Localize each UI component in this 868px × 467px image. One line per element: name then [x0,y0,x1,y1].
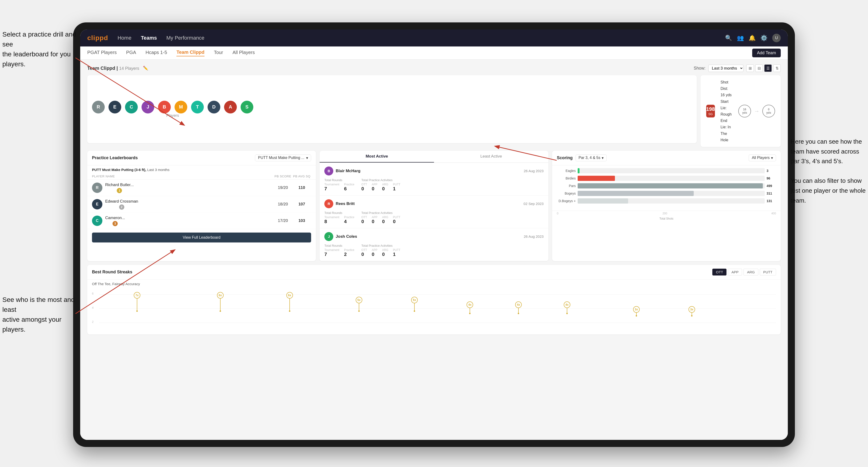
show-label: Show: [694,66,706,71]
sub-nav-pga[interactable]: PGA [126,50,136,56]
scoring-par-filter[interactable]: Par 3, 4 & 5s ▾ [576,154,607,161]
sub-nav-teamclippd[interactable]: Team Clippd [177,50,205,56]
search-icon[interactable]: 🔍 [725,35,732,41]
activity-tabs: Most Active Least Active [319,151,548,163]
act-group-practice-2: Total Practice Activities OTT 0 APP 0 [361,211,400,224]
lb-row-3[interactable]: C Cameron... 3 17/20 103 [87,213,316,229]
streaks-chart: 6 4 2 7x 6x [87,287,781,335]
view-grid-4-icon[interactable]: ⊟ [755,64,763,72]
streaks-filter-putt[interactable]: PUTT [760,269,776,276]
act-name-2: Rees Britt [336,201,354,206]
sub-nav-tour[interactable]: Tour [214,50,223,56]
scoring-player-filter[interactable]: All Players ▾ [749,154,776,161]
streaks-filter-app[interactable]: APP [728,269,742,276]
shot-badge: 198 SG [706,105,715,118]
act-group-practice-1: Total Practice Activities OTT 0 APP 0 [361,178,400,191]
show-select[interactable]: Last 3 months [708,65,743,72]
bar-container-birdies [578,176,765,181]
add-team-button[interactable]: Add Team [752,49,781,57]
navbar-link-teams[interactable]: Teams [141,35,157,41]
navbar-link-home[interactable]: Home [118,35,131,41]
streaks-filter-buttons: OTT APP ARG PUTT [712,269,776,276]
device-frame: clippd Home Teams My Performance 🔍 👥 🔔 ⚙… [73,22,795,447]
lb-player-3: C Cameron... 3 [92,216,273,226]
bar-value-dbogeys: 131 [767,199,776,203]
player-avatar-1[interactable]: R [92,101,105,114]
navbar-link-performance[interactable]: My Performance [166,35,204,41]
tab-least-active[interactable]: Least Active [434,151,549,162]
lb-avg-1: 110 [292,185,311,190]
streak-pin-6x-2: 6x [286,292,293,312]
scoring-title: Scoring [557,155,573,160]
top-row: R E C J B M T D A S Players [87,75,781,147]
streak-pin-4x-3: 4x [564,302,570,314]
streaks-filter-arg[interactable]: ARG [743,269,758,276]
edit-team-icon[interactable]: ✏️ [143,66,148,71]
player-avatar-10[interactable]: S [241,101,253,114]
act-data-row-1: Total Rounds Tournament 7 Practice 6 [324,178,544,191]
bar-container-bogeys [578,191,765,196]
player-avatar-4[interactable]: J [142,101,154,114]
view-full-leaderboard-button[interactable]: View Full Leaderboard [92,232,311,243]
player-avatar-3[interactable]: C [125,101,138,114]
team-title: Team Clippd | 14 Players [87,66,139,71]
player-avatar-9[interactable]: A [224,101,237,114]
player-avatar-7[interactable]: T [191,101,204,114]
view-grid-2-icon[interactable]: ⊞ [746,64,754,72]
chart-axis: 0 200 400 [552,211,781,216]
sub-nav-pgat[interactable]: PGAT Players [87,50,117,56]
lb-name-2: Edward Crossman [105,199,138,204]
streak-pin-4x-1: 4x [467,302,473,314]
brand-logo: clippd [87,34,108,42]
act-group-practice-3: Total Practice Activities OTT 0 APP 0 [361,244,400,257]
team-header: Team Clippd | 14 Players ✏️ Show: Last 3… [87,64,781,72]
tab-most-active[interactable]: Most Active [319,151,434,162]
players-label: Players [166,114,179,118]
players-section: R E C J B M T D A S Players [92,101,253,118]
act-player1-header: B Blair McHarg 26 Aug 2023 [324,166,544,176]
view-sort-icon[interactable]: ⇅ [773,64,781,72]
streak-pin-7x-1: 7x [134,292,140,312]
users-icon[interactable]: 👥 [737,35,744,41]
player-avatar-8[interactable]: D [208,101,220,114]
annotation-right: Here you can see how theteam have scored… [790,137,866,206]
bar-label-birdies: Birdies [557,177,576,180]
lb-score-3: 17/20 [273,218,292,223]
lb-row-1[interactable]: R Richard Butler... 1 19/20 110 [87,180,316,196]
lb-score-2: 18/20 [273,202,292,207]
bell-icon[interactable]: 🔔 [749,35,756,41]
bar-fill-birdies [578,176,615,181]
streaks-filter-ott[interactable]: OTT [712,269,726,276]
sub-nav-allplayers[interactable]: All Players [232,50,255,56]
leaderboard-filter[interactable]: PUTT Must Make Putting ... ▾ [255,154,311,161]
axis-0: 0 [557,212,559,215]
act-group-rounds-1: Total Rounds Tournament 7 Practice 6 [324,178,354,191]
player-avatar-6[interactable]: M [175,101,187,114]
act-data-row-2: Total Rounds Tournament 8 Practice 4 [324,211,544,224]
bar-value-bogeys: 311 [767,191,776,195]
settings-icon[interactable]: ⚙️ [761,35,768,41]
lb-avg-3: 103 [292,218,311,223]
lb-name-1: Richard Butler... [105,183,134,187]
sub-nav-hcaps[interactable]: Hcaps 1-5 [146,50,167,56]
navbar-icons: 🔍 👥 🔔 ⚙️ U [725,34,781,42]
user-avatar[interactable]: U [772,34,781,42]
act-name-3: Josh Coles [336,234,357,239]
bar-container-pars [578,183,765,188]
bar-value-pars: 499 [767,184,776,188]
bar-label-eagles: Eagles [557,169,576,173]
lb-row-2[interactable]: E Edward Crossman 2 18/20 107 [87,196,316,213]
scoring-card: Scoring Par 3, 4 & 5s ▾ All Players ▾ [552,151,781,261]
lb-rank-badge-3: 3 [113,221,118,226]
streaks-header: Best Round Streaks OTT APP ARG PUTT [87,265,781,280]
shot-details: Shot Dist: 16 yds Start Lie: Rough End L… [720,79,733,143]
view-list-icon[interactable]: ☰ [764,64,772,72]
act-group-rounds-2: Total Rounds Tournament 8 Practice 4 [324,211,354,224]
bar-pars: Pars 499 [557,183,776,188]
chevron-down-icon-player: ▾ [771,156,773,160]
streak-pin-5x-1: 5x [356,297,362,312]
lb-table-header: PLAYER NAME PB SCORE PB AVG SQ [87,173,316,180]
player-avatar-5[interactable]: B [158,101,171,114]
player-avatar-2[interactable]: E [108,101,121,114]
bar-value-eagles: 3 [767,169,776,173]
